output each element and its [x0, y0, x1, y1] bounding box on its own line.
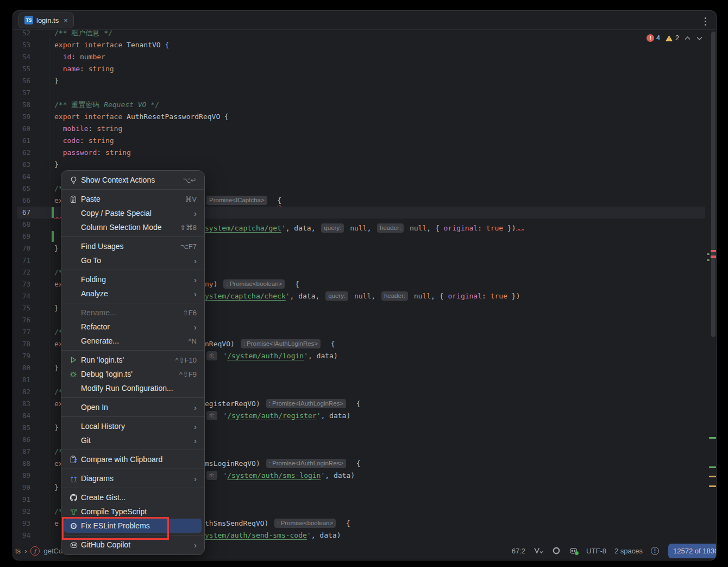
memory-indicator[interactable]: 12572 of 1830 — [668, 544, 716, 558]
line-number[interactable]: 63 — [13, 159, 30, 171]
line-number[interactable]: 71 — [13, 254, 30, 266]
line-number[interactable]: 90 — [13, 482, 30, 494]
line-number[interactable]: 68 — [13, 219, 30, 230]
settings-ring-icon[interactable] — [552, 546, 561, 555]
inlay-hint[interactable]: rl: — [206, 411, 217, 420]
menu-item-folding[interactable]: Folding› — [61, 272, 204, 286]
menu-item-local-history[interactable]: Local History› — [61, 419, 204, 433]
inlay-hint[interactable]: : Promise<boolean> — [223, 279, 285, 289]
line-number[interactable]: 79 — [13, 350, 30, 362]
v-widget-icon[interactable] — [534, 547, 544, 554]
indent-widget[interactable]: 2 spaces — [614, 547, 643, 555]
line-number[interactable]: 84 — [13, 410, 30, 422]
line-number[interactable]: 85 — [13, 422, 30, 434]
line-number[interactable]: 81 — [13, 374, 30, 386]
inlay-hint[interactable]: : Promise<boolean> — [274, 519, 336, 528]
line-number[interactable]: 55 — [13, 63, 30, 75]
line-number[interactable]: 94 — [13, 529, 30, 541]
menu-item-git[interactable]: Git› — [61, 433, 204, 447]
menu-item-analyze[interactable]: Analyze› — [61, 286, 204, 301]
line-number[interactable]: 73 — [13, 278, 30, 290]
caret-position-widget[interactable]: 67:2 — [512, 547, 525, 555]
inlay-hint[interactable]: Promise<ICaptcha> — [206, 196, 267, 205]
vertical-scrollbar-thumb[interactable] — [711, 32, 716, 337]
menu-item-create-gist[interactable]: Create Gist... — [61, 490, 204, 504]
line-number[interactable]: 75 — [13, 302, 30, 314]
encoding-widget[interactable]: UTF-8 — [586, 547, 606, 555]
inlay-hint[interactable]: : Promise<IAuthLoginRes> — [266, 459, 346, 468]
tab-close-icon[interactable]: × — [64, 17, 68, 24]
code-line-55[interactable]: 55 name: string — [13, 63, 716, 75]
line-number[interactable]: 65 — [13, 183, 30, 195]
inlay-hint[interactable]: rl: — [206, 351, 217, 360]
stripe-mark[interactable] — [711, 256, 716, 258]
line-number[interactable]: 76 — [13, 314, 30, 326]
line-number[interactable]: 58 — [13, 99, 30, 111]
line-number[interactable]: 64 — [13, 171, 30, 183]
code-line-62[interactable]: 62 password: string — [13, 147, 716, 159]
stripe-mark[interactable] — [707, 253, 710, 255]
line-number[interactable]: 78 — [13, 338, 30, 350]
line-number[interactable]: 77 — [13, 326, 30, 338]
menu-item-run-login-ts[interactable]: Run 'login.ts'^⇧F10 — [61, 353, 204, 367]
line-number[interactable]: 93 — [13, 518, 30, 529]
code-line-58[interactable]: 58/** 重置密码 Request VO */ — [13, 99, 716, 111]
line-number[interactable]: 69 — [13, 230, 30, 242]
code-line-57[interactable]: 57 — [13, 87, 716, 99]
code-line-52[interactable]: 52/** 租户信息 */ — [13, 30, 716, 39]
menu-item-generate[interactable]: Generate...^N — [61, 334, 204, 348]
code-line-60[interactable]: 60 mobile: string — [13, 123, 716, 135]
menu-item-open-in[interactable]: Open In› — [61, 400, 204, 414]
line-number[interactable]: 83 — [13, 398, 30, 410]
error-count-widget[interactable]: ! 4 — [647, 34, 660, 42]
menu-item-fix-eslint-problems[interactable]: Fix ESLint Problems — [61, 519, 204, 533]
menu-item-copy-paste-special[interactable]: Copy / Paste Special› — [61, 206, 204, 220]
menu-item-debug-login-ts[interactable]: Debug 'login.ts'^⇧F9 — [61, 367, 204, 381]
stripe-mark[interactable] — [709, 437, 716, 439]
line-number[interactable]: 82 — [13, 386, 30, 398]
line-number[interactable]: 92 — [13, 506, 30, 518]
inlay-hint[interactable]: header: — [381, 291, 408, 301]
menu-item-paste[interactable]: Paste⌘V — [61, 192, 204, 206]
code-line-61[interactable]: 61 code: string — [13, 135, 716, 147]
line-number[interactable]: 62 — [13, 147, 30, 159]
line-number[interactable]: 66 — [13, 195, 30, 207]
line-number[interactable]: 91 — [13, 494, 30, 506]
line-number[interactable]: 87 — [13, 446, 30, 458]
line-number[interactable]: 67 — [13, 207, 30, 219]
code-line-56[interactable]: 56} — [13, 75, 716, 87]
stripe-mark[interactable] — [707, 259, 710, 261]
code-line-59[interactable]: 59export interface AuthResetPasswordReqV… — [13, 111, 716, 123]
stripe-mark[interactable] — [709, 466, 716, 468]
menu-item-column-selection-mode[interactable]: Column Selection Mode⇧⌘8 — [61, 220, 204, 234]
menu-item-show-context-actions[interactable]: Show Context Actions⌥↵ — [61, 173, 204, 187]
menu-item-diagrams[interactable]: Diagrams› — [61, 471, 204, 485]
inlay-hint[interactable]: query: — [325, 291, 348, 301]
warning-count-widget[interactable]: 2 — [665, 34, 679, 42]
line-number[interactable]: 70 — [13, 242, 30, 254]
line-number[interactable]: 72 — [13, 266, 30, 278]
inlay-hint[interactable]: : Promise<IAuthLoginRes> — [241, 339, 321, 348]
line-number[interactable]: 56 — [13, 75, 30, 87]
line-number[interactable]: 57 — [13, 87, 30, 99]
inlay-hint[interactable]: rl: — [206, 471, 217, 480]
menu-item-modify-run-configuration[interactable]: Modify Run Configuration... — [61, 381, 204, 395]
code-line-54[interactable]: 54 id: number — [13, 51, 716, 63]
menu-item-compare-with-clipboard[interactable]: Compare with Clipboard — [61, 452, 204, 466]
line-number[interactable]: 60 — [13, 123, 30, 135]
more-options-kebab-icon[interactable] — [704, 16, 707, 27]
line-number[interactable]: 89 — [13, 470, 30, 482]
breadcrumb-function[interactable]: getCo — [43, 547, 62, 555]
menu-item-go-to[interactable]: Go To› — [61, 253, 204, 267]
copilot-status-widget[interactable] — [569, 546, 578, 555]
stripe-mark[interactable] — [711, 250, 716, 252]
line-number[interactable]: 80 — [13, 362, 30, 374]
line-number[interactable]: 88 — [13, 458, 30, 470]
prev-problem-chevron-up-icon[interactable] — [684, 36, 691, 41]
menu-item-github-copilot[interactable]: GitHub Copilot› — [61, 538, 204, 552]
line-number[interactable]: 52 — [13, 30, 30, 39]
line-number[interactable]: 74 — [13, 290, 30, 302]
line-number[interactable]: 59 — [13, 111, 30, 123]
inlay-hint[interactable]: : Promise<IAuthLoginRes> — [266, 399, 346, 408]
line-number[interactable]: 86 — [13, 434, 30, 446]
